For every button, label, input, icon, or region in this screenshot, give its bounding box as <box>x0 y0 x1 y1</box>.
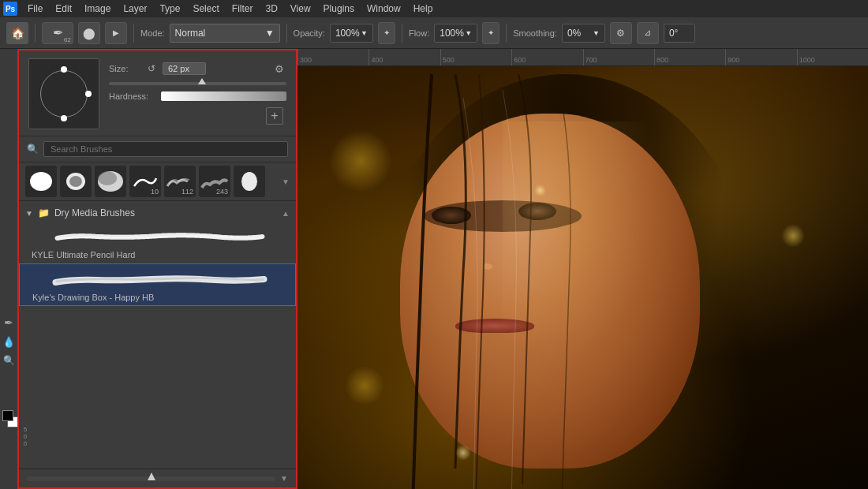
presets-scroll-right[interactable]: ▼ <box>282 177 290 186</box>
hardness-slider[interactable] <box>161 91 286 101</box>
ruler-mark-300: 300 <box>297 49 369 65</box>
coord-val-1: 5 <box>24 426 27 433</box>
preset-stroke-3 <box>96 170 125 192</box>
bokeh-4 <box>455 445 471 461</box>
flow-label: Flow: <box>409 28 429 38</box>
menu-layer[interactable]: Layer <box>118 2 152 16</box>
canvas-background[interactable] <box>297 66 868 489</box>
preset-thumb-2[interactable] <box>60 166 92 197</box>
toolbar-divider-3 <box>286 24 287 43</box>
toolbar-divider-5 <box>506 24 507 43</box>
svg-point-0 <box>30 172 52 191</box>
svg-point-2 <box>69 176 82 187</box>
bottom-slider-thumb[interactable] <box>148 472 155 480</box>
smoothing-value[interactable]: 0% ▼ <box>562 24 605 43</box>
preset-thumb-3[interactable] <box>95 166 126 197</box>
size-slider-row <box>109 82 286 85</box>
angle-value[interactable]: 0° <box>664 24 695 43</box>
brush-handle-bottom[interactable] <box>61 115 67 121</box>
brush-preset-button[interactable]: ▶ <box>105 22 127 44</box>
home-button[interactable]: 🏠 <box>6 22 28 44</box>
brush-size-circle-button[interactable]: ⬤ <box>78 22 100 44</box>
group-name: Dry Media Brushes <box>54 207 135 218</box>
menu-view[interactable]: View <box>285 2 316 16</box>
toolbar: 🏠 ✒ 62 ⬤ ▶ Mode: Normal ▼ Opacity: 100% … <box>0 17 868 49</box>
brush-item-2[interactable]: Kyle's Drawing Box - Happy HB <box>19 263 296 306</box>
flow-value[interactable]: 100% ▼ <box>434 24 477 43</box>
angle-button[interactable]: ⊿ <box>637 22 659 44</box>
preset-stroke-1 <box>27 170 55 192</box>
color-swatches <box>2 410 20 434</box>
menu-bar: Ps File Edit Image Layer Type Select Fil… <box>0 0 868 17</box>
bottom-size-slider[interactable] <box>27 476 275 481</box>
portrait-area <box>361 74 844 489</box>
menu-window[interactable]: Window <box>361 2 406 16</box>
stroke-svg-2 <box>32 271 287 287</box>
size-slider-thumb[interactable] <box>198 78 206 84</box>
svg-point-5 <box>241 172 257 191</box>
tool-eyedrop[interactable]: 💧 <box>2 334 16 349</box>
reset-size-button[interactable]: ↺ <box>145 62 158 75</box>
search-input[interactable] <box>43 141 288 157</box>
preset-thumb-1[interactable] <box>25 166 57 197</box>
hardness-row: Hardness: <box>109 91 286 101</box>
stroke-svg-1 <box>32 229 288 244</box>
tool-pen[interactable]: ✒ <box>2 315 16 330</box>
menu-image[interactable]: Image <box>79 2 116 16</box>
menu-3d[interactable]: 3D <box>260 2 282 16</box>
mode-dropdown-arrow: ▼ <box>265 28 275 39</box>
brush-preview-area: Size: ↺ 62 px ⚙ Hardness: + <box>19 50 296 136</box>
brush-item-name-2: Kyle's Drawing Box - Happy HB <box>32 293 287 302</box>
brush-tool-button[interactable]: ✒ 62 <box>42 22 73 44</box>
bokeh-2 <box>345 366 384 405</box>
group-scroll-up[interactable]: ▲ <box>282 209 290 218</box>
menu-select[interactable]: Select <box>187 2 224 16</box>
size-value[interactable]: 62 px <box>163 62 206 75</box>
menu-plugins[interactable]: Plugins <box>318 2 360 16</box>
brush-handle-right[interactable] <box>85 91 92 97</box>
preset-num-6: 243 <box>216 188 228 196</box>
menu-edit[interactable]: Edit <box>50 2 77 16</box>
mode-dropdown[interactable]: Normal ▼ <box>170 24 280 43</box>
toolbar-divider-4 <box>402 24 402 43</box>
mode-label: Mode: <box>140 28 165 38</box>
preset-stroke-2 <box>62 170 90 192</box>
menu-type[interactable]: Type <box>154 2 185 16</box>
preset-stroke-7 <box>235 170 264 192</box>
bokeh-1 <box>329 129 392 192</box>
svg-point-4 <box>98 171 117 185</box>
brush-panel: Size: ↺ 62 px ⚙ Hardness: + 🔍 <box>17 49 297 489</box>
preset-thumb-4[interactable]: 10 <box>129 166 161 197</box>
size-slider[interactable] <box>109 82 286 85</box>
ruler-mark-700: 700 <box>583 49 654 65</box>
brush-gear-button[interactable]: ⚙ <box>272 62 286 76</box>
brush-circle-preview <box>28 58 99 129</box>
brush-settings-right: Size: ↺ 62 px ⚙ Hardness: + <box>109 58 286 129</box>
menu-file[interactable]: File <box>22 2 48 16</box>
brush-list: ▼ 📁 Dry Media Brushes ▲ <box>19 201 296 468</box>
fg-color-swatch[interactable] <box>2 410 13 421</box>
ruler-mark-400: 400 <box>369 49 440 65</box>
flow-pressure-button[interactable]: ✦ <box>482 22 499 44</box>
add-brush-button[interactable]: + <box>266 107 283 125</box>
preset-thumb-7[interactable] <box>234 166 265 197</box>
preset-thumb-5[interactable]: 112 <box>164 166 196 197</box>
opacity-label: Opacity: <box>294 28 325 38</box>
smoothing-settings-button[interactable]: ⚙ <box>610 22 632 44</box>
smoothing-arrow: ▼ <box>593 29 600 37</box>
brush-item-1[interactable]: KYLE Ultimate Pencil Hard <box>19 222 296 263</box>
opacity-pressure-button[interactable]: ✦ <box>378 22 395 44</box>
tool-magnify[interactable]: 🔍 <box>2 353 16 368</box>
brush-group-header[interactable]: ▼ 📁 Dry Media Brushes ▲ <box>19 204 296 222</box>
ruler-mark-1000: 1000 <box>797 49 868 65</box>
bottom-scroll-indicator: ▼ <box>280 474 288 483</box>
menu-filter[interactable]: Filter <box>226 2 259 16</box>
smoothing-label: Smoothing: <box>513 28 557 38</box>
preset-thumb-6[interactable]: 243 <box>199 166 230 197</box>
brush-handle-top[interactable] <box>61 66 67 73</box>
ruler-mark-600: 600 <box>511 49 582 65</box>
brush-circle <box>40 70 88 118</box>
menu-help[interactable]: Help <box>408 2 439 16</box>
opacity-value[interactable]: 100% ▼ <box>330 24 373 43</box>
coordinate-display: 5 0 0 <box>17 426 33 447</box>
